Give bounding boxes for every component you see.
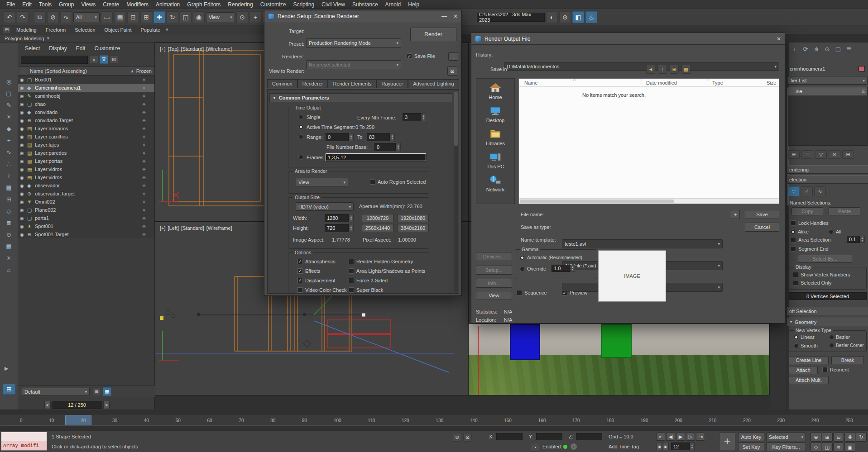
viewport-layout-icon[interactable]: ⊞ xyxy=(3,384,15,395)
make-unique-icon[interactable]: ▽ xyxy=(815,150,827,159)
scene-object-row[interactable]: ◉ ◆ Camcminhocamera1 ✳ xyxy=(18,84,154,92)
selected-only-checkbox[interactable] xyxy=(793,280,798,285)
z-coordinate-field[interactable] xyxy=(576,433,602,440)
range-radio[interactable] xyxy=(298,134,303,139)
save-button[interactable]: Save xyxy=(745,210,779,219)
attach-button[interactable]: Attach xyxy=(789,366,818,374)
scene-object-row[interactable]: ◉ ▤ Layer:vidros ✳ xyxy=(18,165,154,173)
scene-object-row[interactable]: ◉ ▤ Layer:lajes ✳ xyxy=(18,141,154,149)
pan-view-icon[interactable]: ✚ xyxy=(844,433,855,442)
go-to-start-icon[interactable]: ⇤ xyxy=(656,433,665,441)
panel-scrollbar[interactable] xyxy=(454,90,458,292)
explorer-tab[interactable]: Customize xyxy=(90,44,124,52)
size-column[interactable]: Size xyxy=(767,80,776,86)
menu-item[interactable]: Rendering xyxy=(224,1,256,8)
menu-item[interactable]: Graph Editors xyxy=(183,1,224,8)
menu-item[interactable]: Scripting xyxy=(289,1,318,8)
next-key-icon[interactable]: ▷ xyxy=(686,433,695,441)
zoom-region-icon[interactable]: ⊡ xyxy=(833,433,844,442)
single-radio[interactable] xyxy=(298,114,303,119)
smooth-radio[interactable] xyxy=(794,343,799,348)
next-frame-button[interactable]: ▶ xyxy=(663,443,669,450)
frozen-icon[interactable]: ✳ xyxy=(134,134,154,139)
view-button[interactable]: View xyxy=(476,291,512,300)
menu-item[interactable]: Animation xyxy=(152,1,183,8)
menu-item[interactable]: Modifiers xyxy=(123,1,152,8)
scene-object-row[interactable]: ◉ ▤ Layer:caixilhos ✳ xyxy=(18,133,154,141)
menu-item[interactable]: Help xyxy=(404,1,423,8)
render-button[interactable]: Render xyxy=(410,28,456,41)
scene-object-row[interactable]: ◉ ⊕ convidado.Target ✳ xyxy=(18,116,154,124)
visibility-eye-icon[interactable]: ◉ xyxy=(20,216,27,221)
create-new-folder-icon[interactable]: ⊞ xyxy=(670,65,679,74)
display-lights-icon[interactable]: ☀ xyxy=(4,112,14,121)
bezier-radio[interactable] xyxy=(829,335,834,340)
segment-end-checkbox[interactable] xyxy=(791,246,796,252)
frozen-icon[interactable]: ✳ xyxy=(134,175,154,180)
window-crossing-icon[interactable]: ⊞ xyxy=(140,11,152,23)
place-libraries[interactable]: Libraries xyxy=(486,128,505,146)
preset-1920x1080-button[interactable]: 1920x1080 xyxy=(397,214,429,222)
zoom-extents-icon[interactable]: ⊞ xyxy=(822,433,833,442)
visibility-eye-icon[interactable]: ◉ xyxy=(20,208,27,213)
frozen-icon[interactable]: ✳ xyxy=(134,200,154,205)
maxscript-mini-listener[interactable]: Array modifi xyxy=(1,432,47,451)
previous-key-icon[interactable]: ◀ xyxy=(666,433,675,441)
segment-subobject-icon[interactable]: ∕ xyxy=(801,186,813,196)
frozen-icon[interactable]: ✳ xyxy=(134,216,154,221)
select-and-rotate-icon[interactable]: ↻ xyxy=(167,11,178,23)
save-file-checkbox[interactable] xyxy=(407,53,412,59)
scene-object-row[interactable]: ◉ ▢ Box001 ✳ xyxy=(18,76,154,84)
gamma-automatic-radio[interactable] xyxy=(520,255,525,260)
undo-icon[interactable]: ↶ xyxy=(4,11,15,23)
frozen-icon[interactable]: ✳ xyxy=(134,191,154,196)
visibility-eye-icon[interactable]: ◉ xyxy=(20,110,27,115)
expand-all-icon[interactable]: ⊞ xyxy=(4,195,14,204)
scene-object-row[interactable]: ◉ ▤ Layer:paredes ✳ xyxy=(18,149,154,157)
visibility-eye-icon[interactable]: ◉ xyxy=(20,94,27,99)
explorer-tab[interactable]: Edit xyxy=(72,44,90,52)
frozen-icon[interactable]: ✳ xyxy=(134,224,154,229)
x-coordinate-field[interactable] xyxy=(496,433,523,440)
lock-view-icon[interactable]: ⊠ xyxy=(447,67,457,76)
scene-object-row[interactable]: ◉ ☀ Spot001 ✳ xyxy=(18,222,154,230)
range-to-spinner[interactable]: 83 xyxy=(367,133,395,141)
display-particles-icon[interactable]: ∴ xyxy=(4,159,14,168)
modifier-list-combo[interactable]: fier List xyxy=(788,76,868,85)
gamma-override-radio[interactable] xyxy=(520,266,525,271)
visibility-eye-icon[interactable]: ◉ xyxy=(20,200,27,205)
key-filters-button[interactable]: Key Filters... xyxy=(766,442,806,451)
name-column[interactable]: Name xyxy=(519,80,537,86)
scene-object-row[interactable]: ◉ ◆ observador ✳ xyxy=(18,181,154,190)
select-all-checkbox[interactable] xyxy=(21,68,27,74)
area-selection-spinner[interactable]: 0.1 xyxy=(847,236,865,243)
menu-item[interactable]: Group xyxy=(55,1,77,8)
menu-item[interactable]: Arnold xyxy=(382,1,405,8)
create-line-button[interactable]: Create Line xyxy=(789,356,829,364)
history-combo[interactable]: D:\Mafalda\documentos xyxy=(504,62,779,71)
select-by-name-icon[interactable]: ▤ xyxy=(114,11,126,23)
frozen-icon[interactable]: ✳ xyxy=(134,143,154,147)
preset-combo[interactable]: No preset selected xyxy=(306,60,401,69)
frozen-icon[interactable]: ✳ xyxy=(134,183,154,188)
add-time-tag[interactable]: Add Time Tag xyxy=(609,444,639,449)
bezier-corner-radio[interactable] xyxy=(829,343,834,348)
lock-handles-checkbox[interactable] xyxy=(791,220,796,226)
option-checkbox[interactable] xyxy=(297,259,303,264)
scene-object-row[interactable]: ◉ ⊕ observador.Target ✳ xyxy=(18,190,154,198)
visibility-eye-icon[interactable]: ◉ xyxy=(20,167,27,172)
option-checkbox[interactable] xyxy=(297,278,303,283)
previous-frame-button[interactable]: ◀ xyxy=(656,443,662,450)
material-editor-icon[interactable]: ◐ xyxy=(546,11,558,23)
area-to-render-combo[interactable]: View xyxy=(296,178,348,186)
every-nth-spinner[interactable]: 3 xyxy=(403,113,426,121)
visibility-eye-icon[interactable]: ◉ xyxy=(20,159,27,164)
alike-radio[interactable] xyxy=(791,229,796,234)
place-network[interactable]: Network xyxy=(486,175,504,192)
file-list[interactable]: Name ^ Date modified Type Size No items … xyxy=(518,78,779,204)
render-output-titlebar[interactable]: Render Output File ✕ xyxy=(471,33,785,45)
tab-modify-icon[interactable]: ⟳ xyxy=(801,44,810,53)
walk-through-icon[interactable]: ◇ xyxy=(810,442,821,452)
visibility-eye-icon[interactable]: ◉ xyxy=(20,86,27,90)
file-name-combo[interactable]: teste1.avi xyxy=(562,239,723,248)
